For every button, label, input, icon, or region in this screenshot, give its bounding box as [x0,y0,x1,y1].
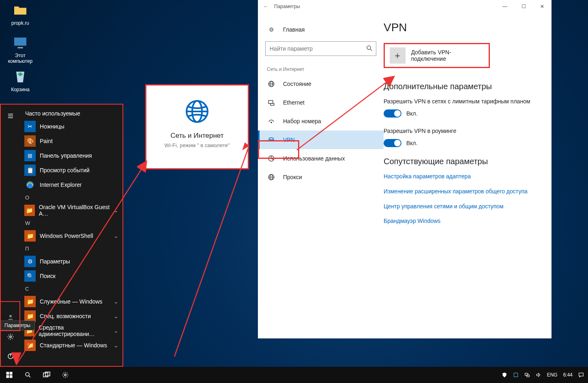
tray-shield-icon[interactable] [502,372,507,378]
nav-section-caption: Сеть и Интернет [258,62,384,75]
desktop-icon-this-pc[interactable]: Этот компьютер [4,35,36,64]
start-item-control-panel[interactable]: ⊞Панель управления [20,148,122,163]
power-icon[interactable] [1,347,20,366]
start-item-label: Стандартные — Windows [40,342,107,349]
pc-icon [12,35,28,51]
start-item-powershell[interactable]: 📁Windows PowerShell⌄ [20,229,122,243]
minimize-button[interactable]: ― [496,4,514,9]
nav-dialup[interactable]: Набор номера [258,112,384,131]
nav-label: Состояние [283,81,311,87]
tray-language[interactable]: ENG [547,372,558,378]
status-icon [267,79,276,88]
svg-rect-25 [10,372,13,375]
svg-rect-0 [14,38,26,46]
search-input[interactable] [265,41,376,56]
svg-line-29 [29,376,30,377]
vpn-icon [267,135,276,144]
start-item-accessories[interactable]: 📁Стандартные — Windows⌄ [20,338,122,353]
folder-icon: 📁 [24,340,36,351]
hamburger-icon[interactable] [1,106,20,126]
tray-volume-icon[interactable] [536,372,541,378]
nav-ethernet[interactable]: Ethernet [258,93,384,112]
task-view-button[interactable] [37,367,56,383]
start-letter-header[interactable]: П [20,243,122,254]
desktop-icon-label: Корзина [4,87,36,92]
tray-vbox-icon[interactable] [513,372,519,378]
tray-network-icon[interactable] [524,372,530,378]
taskbar: ENG 6:44 [0,367,588,383]
start-item-label: Средства администрировани… [39,324,114,337]
start-letter-header[interactable]: С [20,283,122,294]
dialup-icon [267,117,276,126]
nav-proxy[interactable]: Прокси [258,168,384,186]
chevron-down-icon: ⌄ [114,233,118,239]
start-item-system-tools[interactable]: 📁Служебные — Windows⌄ [20,294,122,309]
settings-category-tile[interactable]: Сеть и Интернет Wi-Fi, режим " в самолет… [145,84,249,169]
gear-icon: ⚙ [24,256,36,267]
close-button[interactable]: ✕ [533,4,552,9]
desktop-icon-recycle-bin[interactable]: Корзина [4,69,36,92]
taskbar-search-button[interactable] [19,367,37,383]
folder-icon: 📁 [24,296,36,307]
nav-label: Главная [283,26,305,33]
plus-icon: ＋ [390,47,406,64]
nav-status[interactable]: Состояние [258,75,384,93]
start-item-parameters[interactable]: ⚙Параметры [20,254,122,269]
option-label: Разрешить VPN в сетях с лимитным тарифны… [384,98,542,105]
toggle-metered-vpn[interactable]: Вкл. [384,109,542,118]
start-letter-header[interactable]: W [20,218,122,229]
start-item-label: Windows PowerShell [40,233,93,239]
nav-vpn[interactable]: VPN [258,131,384,149]
start-item-label: Oracle VM VirtualBox Guest A… [39,204,114,217]
start-item-label: Панель управления [40,152,92,159]
start-item-snip[interactable]: ✂Ножницы [20,119,122,134]
start-item-admin-tools[interactable]: 📁Средства администрировани…⌄ [20,323,122,338]
start-item-oracle[interactable]: 📁Oracle VM VirtualBox Guest A…⌄ [20,203,122,218]
chevron-down-icon: ⌄ [114,327,118,334]
back-button[interactable]: ← [258,4,274,9]
toggle-state-label: Вкл. [406,140,418,146]
recycle-bin-icon [12,69,28,85]
link-adapter-settings[interactable]: Настройка параметров адаптера [384,173,542,180]
svg-rect-15 [268,101,273,104]
link-advanced-sharing[interactable]: Изменение расширенных параметров общего … [384,188,542,195]
nav-data-usage[interactable]: Использование данных [258,149,384,168]
tray-clock[interactable]: 6:44 [563,372,573,378]
nav-label: Ethernet [283,99,305,106]
palette-icon: 🎨 [24,135,36,147]
start-item-label: Ножницы [40,123,64,130]
control-panel-icon: ⊞ [24,150,36,161]
settings-main: VPN ＋ Добавить VPN-подключение Дополните… [384,13,552,338]
section-heading: Дополнительные параметры [384,82,542,91]
settings-search[interactable] [265,41,376,56]
start-item-paint[interactable]: 🎨Paint [20,134,122,148]
toggle-roaming-vpn[interactable]: Вкл. [384,139,542,147]
nav-home[interactable]: ⚙Главная [258,20,384,39]
svg-point-10 [367,46,371,49]
taskbar-settings-button[interactable] [56,367,75,383]
maximize-button[interactable]: ☐ [514,4,533,9]
link-firewall[interactable]: Брандмауэр Windows [384,217,542,225]
start-item-label: Поиск [40,273,56,279]
start-item-search[interactable]: 🔍Поиск [20,269,122,283]
start-button[interactable] [0,367,19,383]
settings-window: ← Параметры ― ☐ ✕ ⚙Главная Сеть и Интерн… [258,0,552,338]
start-letter-header[interactable]: О [20,192,122,203]
add-vpn-button[interactable]: ＋ Добавить VPN-подключение [384,43,490,68]
start-item-ie[interactable]: Internet Explorer [20,178,122,192]
category-tile-title: Сеть и Интернет [146,132,248,140]
section-heading: Сопутствующие параметры [384,157,542,166]
link-network-center[interactable]: Центр управления сетями и общим доступом [384,203,542,210]
svg-point-18 [269,139,270,141]
category-tile-subtitle: Wi-Fi, режим " в самолете" [146,142,248,149]
desktop-icon-propk[interactable]: propk.ru [4,2,36,26]
start-item-accessibility[interactable]: 📁Спец. возможности⌄ [20,309,122,323]
svg-line-11 [370,49,372,51]
svg-rect-16 [270,103,274,105]
event-viewer-icon: 📋 [24,165,36,176]
start-item-label: Paint [40,138,53,144]
tray-action-center-icon[interactable] [578,372,584,378]
ethernet-icon [267,98,276,107]
folder-icon: 📁 [24,205,35,216]
start-item-event-viewer[interactable]: 📋Просмотр событий [20,163,122,178]
